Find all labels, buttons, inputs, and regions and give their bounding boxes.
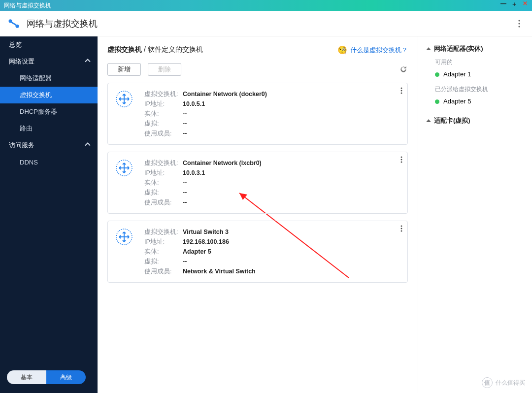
sidebar-item-dhcp[interactable]: DHCP服务器 bbox=[0, 103, 98, 120]
mode-basic[interactable]: 基本 bbox=[7, 370, 46, 384]
card-row-value: Container Network (docker0) bbox=[183, 89, 267, 99]
card-row-label: IP地址: bbox=[144, 168, 183, 178]
card-row-value: Container Network (lxcbr0) bbox=[183, 158, 262, 168]
card-row: 使用成员:-- bbox=[144, 197, 400, 207]
vswitch-card-list: 虚拟交换机:Container Network (docker0)IP地址:10… bbox=[107, 83, 408, 283]
vswitch-icon bbox=[114, 227, 134, 276]
vswitch-icon bbox=[114, 158, 134, 207]
right-panel: 网络适配器(实体) 可用的 Adapter 1 已分派给虚拟交换机 Adapte… bbox=[418, 36, 532, 393]
watermark-logo-icon: 值 bbox=[482, 377, 493, 388]
close-icon[interactable]: ✕ bbox=[521, 0, 529, 8]
card-row-label: 虚拟交换机: bbox=[144, 227, 183, 237]
svg-point-3 bbox=[518, 23, 520, 24]
rpanel-item-adapter1[interactable]: Adapter 1 bbox=[435, 68, 525, 80]
card-rows: 虚拟交换机:Container Network (docker0)IP地址:10… bbox=[144, 89, 400, 138]
taskbar-app-label[interactable]: 网络与虚拟交换机 bbox=[4, 1, 51, 10]
card-row: 实体:-- bbox=[144, 109, 400, 119]
card-row-value: -- bbox=[183, 178, 187, 188]
sidebar-item-adapters[interactable]: 网络适配器 bbox=[0, 70, 98, 87]
help-emoji-icon: 🧐 bbox=[337, 45, 347, 55]
card-row-value: 192.168.100.186 bbox=[183, 237, 229, 247]
chevron-up-icon bbox=[85, 58, 91, 66]
card-row: 使用成员:-- bbox=[144, 129, 400, 138]
mode-advanced[interactable]: 高级 bbox=[46, 370, 86, 384]
card-row-label: IP地址: bbox=[144, 237, 183, 247]
rpanel-section-adapters[interactable]: 网络适配器(实体) bbox=[426, 44, 525, 53]
os-taskbar: 网络与虚拟交换机 — ＋ ✕ bbox=[0, 0, 532, 11]
card-row-value: Virtual Switch 3 bbox=[183, 227, 229, 237]
rpanel-item-adapter5[interactable]: Adapter 5 bbox=[435, 96, 525, 107]
rpanel-item-label: Adapter 5 bbox=[443, 96, 471, 107]
card-row-value: -- bbox=[183, 109, 187, 119]
svg-point-16 bbox=[401, 226, 402, 227]
card-menu-icon[interactable] bbox=[400, 87, 402, 96]
card-row-value: 10.0.3.1 bbox=[183, 168, 205, 178]
rpanel-section-label: 网络适配器(实体) bbox=[434, 44, 483, 53]
crumb-a: 虚拟交换机 bbox=[107, 45, 142, 53]
card-row: 虚拟:-- bbox=[144, 119, 400, 129]
rpanel-section-virtual-nic[interactable]: 适配卡(虚拟) bbox=[426, 116, 525, 125]
help-link[interactable]: 🧐 什么是虚拟交换机？ bbox=[337, 45, 408, 55]
vswitch-card[interactable]: 虚拟交换机:Virtual Switch 3IP地址:192.168.100.1… bbox=[107, 221, 408, 283]
card-row: IP地址:10.0.5.1 bbox=[144, 99, 400, 109]
vswitch-icon bbox=[114, 89, 134, 138]
minimize-icon[interactable]: — bbox=[499, 0, 507, 8]
card-row-label: 实体: bbox=[144, 109, 183, 119]
sidebar-item-access[interactable]: 访问服务 bbox=[0, 137, 98, 154]
rpanel-item-label: Adapter 1 bbox=[443, 68, 471, 80]
help-link-label: 什么是虚拟交换机？ bbox=[350, 46, 408, 55]
window-more-icon[interactable] bbox=[513, 18, 525, 30]
sidebar-item-vswitch[interactable]: 虚拟交换机 bbox=[0, 87, 98, 103]
view-mode-toggle: 基本 高级 bbox=[7, 370, 86, 384]
watermark: 值 什么值得买 bbox=[482, 377, 525, 388]
window-title: 网络与虚拟交换机 bbox=[27, 18, 98, 30]
sidebar-item-route[interactable]: 路由 bbox=[0, 120, 98, 137]
status-dot-icon bbox=[435, 99, 439, 104]
card-row: 虚拟:-- bbox=[144, 188, 400, 197]
card-row: 使用成员:Network & Virtual Switch bbox=[144, 266, 400, 276]
card-row-value: 10.0.5.1 bbox=[183, 99, 205, 109]
svg-point-14 bbox=[401, 162, 402, 163]
window-header: 网络与虚拟交换机 bbox=[0, 11, 532, 36]
vswitch-card[interactable]: 虚拟交换机:Container Network (docker0)IP地址:10… bbox=[107, 83, 408, 145]
status-dot-icon bbox=[435, 72, 439, 77]
sidebar-item-net-settings[interactable]: 网络设置 bbox=[0, 53, 98, 70]
refresh-icon[interactable] bbox=[399, 65, 408, 74]
svg-point-2 bbox=[518, 20, 520, 21]
toolbar: 新增 删除 bbox=[107, 63, 408, 76]
card-rows: 虚拟交换机:Virtual Switch 3IP地址:192.168.100.1… bbox=[144, 227, 400, 276]
card-row-label: 虚拟: bbox=[144, 257, 183, 266]
card-row-label: 虚拟: bbox=[144, 119, 183, 129]
sidebar: 总览 网络设置 网络适配器 虚拟交换机 DHCP服务器 路由 访问服务 DDNS… bbox=[0, 36, 98, 393]
card-menu-icon[interactable] bbox=[400, 156, 402, 165]
card-row-value: Adapter 5 bbox=[183, 247, 211, 257]
vswitch-card[interactable]: 虚拟交换机:Container Network (lxcbr0)IP地址:10.… bbox=[107, 152, 408, 214]
card-row-label: 实体: bbox=[144, 247, 183, 257]
crumb-sep: / bbox=[142, 45, 148, 53]
card-row: 虚拟交换机:Container Network (lxcbr0) bbox=[144, 158, 400, 168]
watermark-text: 什么值得买 bbox=[496, 379, 525, 387]
sidebar-item-ddns[interactable]: DDNS bbox=[0, 154, 98, 170]
svg-point-12 bbox=[401, 157, 402, 158]
rpanel-subhdr-available: 可用的 bbox=[435, 58, 525, 66]
card-row-label: 使用成员: bbox=[144, 129, 183, 138]
card-row-label: 使用成员: bbox=[144, 197, 183, 207]
card-row-value: -- bbox=[183, 188, 187, 197]
sidebar-item-label: 访问服务 bbox=[9, 141, 34, 150]
crumb-b: 软件定义的交换机 bbox=[148, 45, 203, 53]
card-row: 实体:Adapter 5 bbox=[144, 247, 400, 257]
svg-point-4 bbox=[518, 26, 520, 27]
card-row: 虚拟交换机:Container Network (docker0) bbox=[144, 89, 400, 99]
card-menu-icon[interactable] bbox=[400, 225, 402, 234]
card-row-label: 使用成员: bbox=[144, 266, 183, 276]
svg-point-18 bbox=[401, 230, 402, 232]
maximize-icon[interactable]: ＋ bbox=[510, 0, 518, 8]
triangle-up-icon bbox=[426, 46, 431, 51]
card-row: 实体:-- bbox=[144, 178, 400, 188]
add-button[interactable]: 新增 bbox=[107, 63, 141, 76]
card-row: IP地址:10.0.3.1 bbox=[144, 168, 400, 178]
sidebar-item-overview[interactable]: 总览 bbox=[0, 36, 98, 53]
card-row-label: 虚拟交换机: bbox=[144, 89, 183, 99]
window-controls: — ＋ ✕ bbox=[499, 0, 529, 8]
svg-point-10 bbox=[401, 93, 402, 94]
